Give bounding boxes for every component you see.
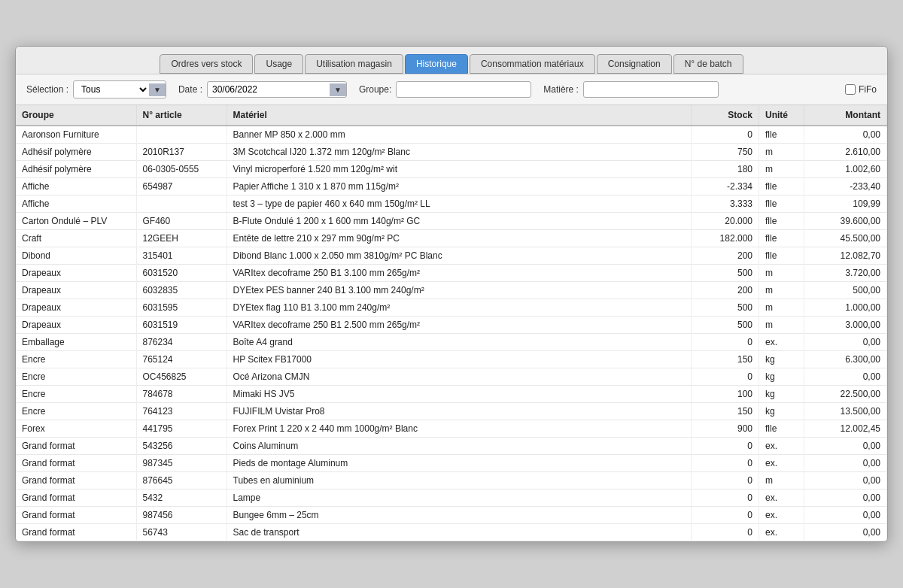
tab-utilisation[interactable]: Utilisation magasin (305, 54, 403, 74)
cell-montant: -233,40 (804, 178, 887, 195)
cell-unite: flle (759, 213, 804, 230)
cell-groupe: Grand format (16, 541, 136, 542)
cell-unite: m (759, 265, 804, 282)
cell-unite: m (759, 299, 804, 317)
tab-consignation[interactable]: Consignation (597, 54, 672, 74)
selection-wrapper: Tous ▼ (73, 80, 166, 99)
cell-unite: flle (759, 178, 804, 195)
cell-stock: 0 (692, 541, 759, 542)
cell-article: 765124 (136, 351, 227, 368)
table-row: Drapeaux6031595DYEtex flag 110 B1 3.100 … (16, 299, 887, 317)
cell-montant: 22.500,00 (804, 386, 887, 403)
cell-stock: 750 (692, 144, 759, 161)
cell-groupe: Grand format (16, 438, 136, 455)
cell-materiel: test 3 – type de papier 460 x 640 mm 150… (227, 195, 692, 213)
cell-article (136, 126, 227, 144)
cell-stock: 182.000 (692, 230, 759, 247)
cell-unite: ex. (759, 507, 804, 524)
cell-unite: flle (759, 195, 804, 213)
cell-materiel: Mimaki HS JV5 (227, 386, 692, 403)
table-row: EncreOC456825Océ Arizona CMJN0kg0,00 (16, 368, 887, 386)
cell-materiel: Coins Aluminum (227, 438, 692, 455)
fifo-checkbox[interactable] (845, 84, 856, 95)
cell-materiel: Océ Arizona CMJN (227, 368, 692, 386)
cell-unite: flle (759, 230, 804, 247)
cell-stock: 500 (692, 317, 759, 334)
groupe-input[interactable] (396, 81, 531, 98)
cell-stock: 0 (692, 126, 759, 144)
cell-groupe: Grand format (16, 489, 136, 507)
cell-montant: 0,00 (804, 334, 887, 351)
table-row: Affichetest 3 – type de papier 460 x 640… (16, 195, 887, 213)
cell-materiel: Bungee 6mm – 25cm (227, 507, 692, 524)
table-row: Grand format543256Coins Aluminum0ex.0,00 (16, 438, 887, 455)
cell-stock: 0 (692, 368, 759, 386)
selection-label: Sélection : (26, 84, 68, 95)
cell-groupe: Encre (16, 386, 136, 403)
cell-groupe: Affiche (16, 178, 136, 195)
filter-bar: Sélection : Tous ▼ Date : ▼ Groupe: Mati… (16, 74, 887, 105)
cell-montant: 0,00 (804, 472, 887, 489)
cell-materiel: Pieds de montage Aluminum (227, 455, 692, 472)
table-row: Drapeaux6031519VARItex decoframe 250 B1 … (16, 317, 887, 334)
cell-groupe: Grand format (16, 524, 136, 541)
cell-stock: 900 (692, 420, 759, 438)
table-wrapper[interactable]: Groupe N° article Matériel Stock Unité M… (16, 105, 887, 541)
cell-article: 987345 (136, 455, 227, 472)
cell-article: 12GEEH (136, 230, 227, 247)
tab-batch[interactable]: N° de batch (673, 54, 743, 74)
cell-materiel: Dibond Blanc 1.000 x 2.050 mm 3810g/m² P… (227, 247, 692, 265)
cell-unite: kg (759, 368, 804, 386)
table-row: Aaronson FurnitureBanner MP 850 x 2.000 … (16, 126, 887, 144)
tab-bar: Ordres vers stockUsageUtilisation magasi… (16, 47, 887, 74)
table-row: Grand format987345Pieds de montage Alumi… (16, 455, 887, 472)
cell-materiel: Sac de transport (227, 524, 692, 541)
cell-stock: 20.000 (692, 213, 759, 230)
date-arrow[interactable]: ▼ (330, 83, 346, 96)
cell-stock: 200 (692, 247, 759, 265)
cell-article: OC456825 (136, 368, 227, 386)
cell-materiel: Forex Print 1 220 x 2 440 mm 1000g/m² Bl… (227, 420, 692, 438)
table-row: Adhésif polymère06-0305-0555Vinyl microp… (16, 161, 887, 178)
cell-materiel: Elastique (227, 541, 692, 542)
date-input[interactable] (208, 82, 330, 97)
cell-stock: 150 (692, 403, 759, 420)
cell-materiel: Vinyl microperforé 1.520 mm 120g/m² wit (227, 161, 692, 178)
tab-usage[interactable]: Usage (254, 54, 303, 74)
cell-unite: m (759, 541, 804, 542)
cell-article: 56743 (136, 524, 227, 541)
cell-unite: flle (759, 247, 804, 265)
selection-arrow[interactable]: ▼ (149, 83, 166, 96)
cell-groupe: Drapeaux (16, 317, 136, 334)
date-group: Date : ▼ (178, 81, 347, 98)
cell-unite: ex. (759, 524, 804, 541)
cell-unite: ex. (759, 455, 804, 472)
cell-materiel: DYEtex flag 110 B1 3.100 mm 240g/m² (227, 299, 692, 317)
cell-groupe: Drapeaux (16, 282, 136, 299)
matiere-input[interactable] (583, 81, 719, 98)
table-row: Grand format56743Sac de transport0ex.0,0… (16, 524, 887, 541)
table-container: Groupe N° article Matériel Stock Unité M… (16, 105, 887, 541)
cell-unite: m (759, 161, 804, 178)
table-row: Drapeaux6031520VARItex decoframe 250 B1 … (16, 265, 887, 282)
tab-ordres[interactable]: Ordres vers stock (160, 54, 253, 74)
cell-stock: 500 (692, 265, 759, 282)
cell-stock: 0 (692, 507, 759, 524)
cell-materiel: VARItex decoframe 250 B1 3.100 mm 265g/m… (227, 265, 692, 282)
cell-unite: ex. (759, 334, 804, 351)
cell-unite: kg (759, 386, 804, 403)
cell-montant: 3.000,00 (804, 317, 887, 334)
cell-article: 6031520 (136, 265, 227, 282)
cell-montant: 1.002,60 (804, 161, 887, 178)
table-row: Grand format5432Lampe0ex.0,00 (16, 489, 887, 507)
cell-stock: 0 (692, 489, 759, 507)
selection-select[interactable]: Tous (74, 81, 149, 98)
table-body: Aaronson FurnitureBanner MP 850 x 2.000 … (16, 126, 887, 541)
tab-consommation[interactable]: Consommation matériaux (470, 54, 595, 74)
cell-groupe: Encre (16, 351, 136, 368)
cell-stock: 150 (692, 351, 759, 368)
cell-materiel: Papier Affiche 1 310 x 1 870 mm 115g/m² (227, 178, 692, 195)
cell-montant: 0,00 (804, 541, 887, 542)
cell-article: GF460 (136, 213, 227, 230)
tab-historique[interactable]: Historique (405, 54, 468, 74)
